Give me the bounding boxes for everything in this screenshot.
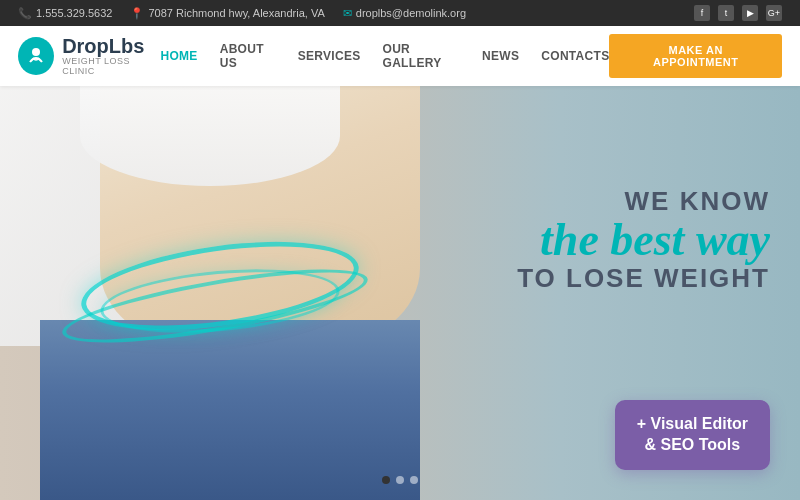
hero-line1: WE KNOW (517, 186, 770, 217)
youtube-icon[interactable]: ▶ (742, 5, 758, 21)
nav-services[interactable]: SERVICES (298, 49, 361, 63)
hero-line2: the best way (517, 217, 770, 263)
logo-name: DropLbs (62, 35, 160, 57)
ve-badge-line1: + Visual Editor (637, 415, 748, 432)
email-icon: ✉ (343, 7, 352, 20)
nav-news[interactable]: NEWS (482, 49, 519, 63)
hero-shirt (80, 86, 340, 186)
carousel-dot-1[interactable] (382, 476, 390, 484)
logo-icon (18, 37, 54, 75)
address-info: 📍 7087 Richmond hwy, Alexandria, VA (130, 7, 324, 20)
hero-text: WE KNOW the best way TO LOSE WEIGHT (517, 186, 770, 294)
main-nav: DropLbs WEIGHT LOSS CLINIC HOME ABOUT US… (0, 26, 800, 86)
top-bar-right: f t ▶ G+ (694, 5, 782, 21)
carousel-dot-3[interactable] (410, 476, 418, 484)
facebook-icon[interactable]: f (694, 5, 710, 21)
googleplus-icon[interactable]: G+ (766, 5, 782, 21)
hero-section: WE KNOW the best way TO LOSE WEIGHT + Vi… (0, 86, 800, 500)
phone-number: 1.555.329.5632 (36, 7, 112, 19)
nav-contacts[interactable]: CONTACTS (541, 49, 609, 63)
hero-line3: TO LOSE WEIGHT (517, 263, 770, 294)
top-bar-left: 📞 1.555.329.5632 📍 7087 Richmond hwy, Al… (18, 7, 466, 20)
logo: DropLbs WEIGHT LOSS CLINIC (18, 35, 160, 77)
top-bar: 📞 1.555.329.5632 📍 7087 Richmond hwy, Al… (0, 0, 800, 26)
email-info: ✉ droplbs@demolink.org (343, 7, 466, 20)
phone-info: 📞 1.555.329.5632 (18, 7, 112, 20)
svg-point-0 (32, 48, 40, 56)
hero-jeans (40, 320, 420, 500)
logo-subtitle: WEIGHT LOSS CLINIC (62, 57, 160, 77)
address-text: 7087 Richmond hwy, Alexandria, VA (148, 7, 324, 19)
nav-links: HOME ABOUT US SERVICES OUR GALLERY NEWS … (160, 42, 609, 70)
appointment-button[interactable]: MAKE AN APPOINTMENT (609, 34, 782, 78)
phone-icon: 📞 (18, 7, 32, 20)
carousel-dot-2[interactable] (396, 476, 404, 484)
nav-about[interactable]: ABOUT US (220, 42, 276, 70)
email-text: droplbs@demolink.org (356, 7, 466, 19)
nav-gallery[interactable]: OUR GALLERY (383, 42, 461, 70)
ve-badge-line2: & SEO Tools (644, 436, 740, 453)
twitter-icon[interactable]: t (718, 5, 734, 21)
hero-carousel-dots (382, 476, 418, 484)
location-icon: 📍 (130, 7, 144, 20)
visual-editor-badge[interactable]: + Visual Editor & SEO Tools (615, 400, 770, 470)
logo-text: DropLbs WEIGHT LOSS CLINIC (62, 35, 160, 77)
nav-home[interactable]: HOME (160, 49, 197, 63)
